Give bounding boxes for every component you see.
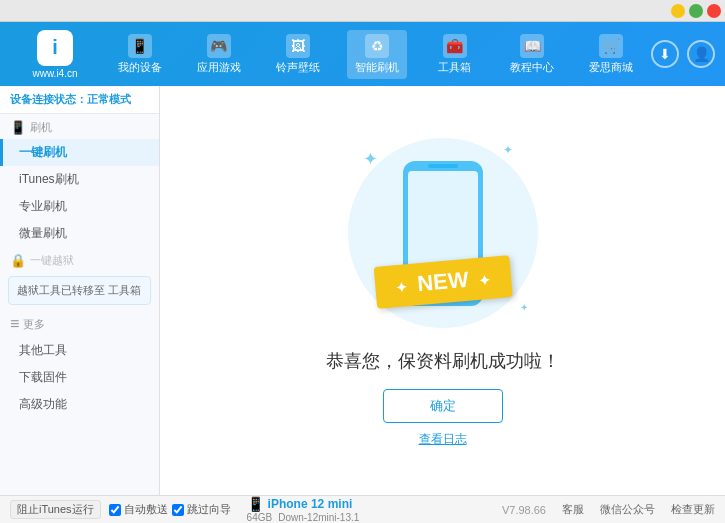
section-jailbreak: 🔒 一键越狱 — [0, 247, 159, 272]
sparkle-1: ✦ — [363, 148, 378, 170]
wechat-link[interactable]: 微信公众号 — [600, 502, 655, 517]
skip-wizard-label: 跳过向导 — [187, 502, 231, 517]
one-key-flash-label: 一键刷机 — [19, 145, 67, 159]
confirm-button[interactable]: 确定 — [383, 389, 503, 423]
dual-flash-label: 微量刷机 — [19, 226, 67, 240]
bottom-left: 阻止iTunes运行 自动敷送 跳过向导 📱 iPhone 12 mini 64… — [10, 496, 359, 523]
nav-label-smart-flash: 智能刷机 — [355, 60, 399, 75]
user-button[interactable]: 👤 — [687, 40, 715, 68]
main-layout: 设备连接状态：正常模式 📱 刷机 一键刷机 iTunes刷机 专业刷机 微量刷机… — [0, 86, 725, 495]
device-capacity: 64GB — [247, 512, 273, 523]
smart-flash-icon: ♻ — [365, 34, 389, 58]
sparkle-2: ✦ — [503, 143, 513, 157]
more-section-icon: ≡ — [10, 315, 19, 333]
top-nav: i www.i4.cn 📱 我的设备 🎮 应用游戏 🖼 铃声壁纸 ♻ 智能刷机 … — [0, 22, 725, 86]
nav-item-smart-flash[interactable]: ♻ 智能刷机 — [347, 30, 407, 79]
customer-service-link[interactable]: 客服 — [562, 502, 584, 517]
sidebar-item-download-firmware[interactable]: 下载固件 — [0, 364, 159, 391]
nav-item-store[interactable]: 🛒 爱思商城 — [581, 30, 641, 79]
nav-label-store: 爱思商城 — [589, 60, 633, 75]
nav-right: ⬇ 👤 — [651, 40, 715, 68]
stop-itunes-button[interactable]: 阻止iTunes运行 — [10, 500, 101, 519]
toolbox-icon: 🧰 — [443, 34, 467, 58]
sidebar-item-dual-flash[interactable]: 微量刷机 — [0, 220, 159, 247]
advanced-label: 高级功能 — [19, 397, 67, 411]
close-button[interactable] — [707, 4, 721, 18]
logo-text: www.i4.cn — [32, 68, 77, 79]
restore-button[interactable] — [689, 4, 703, 18]
auto-send-label: 自动敷送 — [124, 502, 168, 517]
bottom-bar: 阻止iTunes运行 自动敷送 跳过向导 📱 iPhone 12 mini 64… — [0, 495, 725, 523]
sparkle-3: ✦ — [520, 302, 528, 313]
auto-send-input[interactable] — [109, 504, 121, 516]
sidebar: 设备连接状态：正常模式 📱 刷机 一键刷机 iTunes刷机 专业刷机 微量刷机… — [0, 86, 160, 495]
nav-label-toolbox: 工具箱 — [438, 60, 471, 75]
jailbreak-info-box: 越狱工具已转移至 工具箱 — [8, 276, 151, 305]
content-area: ✦ ✦ ✦ NEW 恭喜您，保资料刷机成功啦！ 确定 查看日志 — [160, 86, 725, 495]
device-icon: 📱 — [247, 496, 264, 512]
download-button[interactable]: ⬇ — [651, 40, 679, 68]
nav-item-toolbox[interactable]: 🧰 工具箱 — [427, 30, 483, 79]
flash-section-icon: 📱 — [10, 120, 26, 135]
version-label: V7.98.66 — [502, 504, 546, 516]
device-info-area: 📱 iPhone 12 mini 64GB Down-12mini-13.1 — [247, 496, 360, 523]
apps-games-icon: 🎮 — [207, 34, 231, 58]
sidebar-item-other-tools[interactable]: 其他工具 — [0, 337, 159, 364]
device-name: iPhone 12 mini — [268, 497, 353, 511]
secondary-link[interactable]: 查看日志 — [419, 431, 467, 448]
check-update-link[interactable]: 检查更新 — [671, 502, 715, 517]
other-tools-label: 其他工具 — [19, 343, 67, 357]
sidebar-item-itunes-flash[interactable]: iTunes刷机 — [0, 166, 159, 193]
sidebar-item-one-key-flash[interactable]: 一键刷机 — [0, 139, 159, 166]
nav-label-my-device: 我的设备 — [118, 60, 162, 75]
auto-send-checkbox[interactable]: 自动敷送 — [109, 502, 168, 517]
section-flash: 📱 刷机 — [0, 114, 159, 139]
status-label: 设备连接状态： — [10, 93, 87, 105]
section-more: ≡ 更多 — [0, 309, 159, 337]
nav-item-apps-games[interactable]: 🎮 应用游戏 — [189, 30, 249, 79]
itunes-flash-label: iTunes刷机 — [19, 172, 79, 186]
checkbox-group: 自动敷送 跳过向导 — [109, 502, 231, 517]
device-firmware: Down-12mini-13.1 — [278, 512, 359, 523]
success-illustration: ✦ ✦ ✦ NEW — [343, 133, 543, 333]
flash-section-label: 刷机 — [30, 120, 52, 135]
jailbreak-section-label: 一键越狱 — [30, 253, 74, 268]
nav-item-tutorial[interactable]: 📖 教程中心 — [502, 30, 562, 79]
download-firmware-label: 下载固件 — [19, 370, 67, 384]
nav-item-wallpaper[interactable]: 🖼 铃声壁纸 — [268, 30, 328, 79]
wallpaper-icon: 🖼 — [286, 34, 310, 58]
nav-item-my-device[interactable]: 📱 我的设备 — [110, 30, 170, 79]
logo-area: i www.i4.cn — [10, 30, 100, 79]
stop-itunes-label: 阻止iTunes运行 — [17, 502, 94, 517]
success-title: 恭喜您，保资料刷机成功啦！ — [326, 349, 560, 373]
my-device-icon: 📱 — [128, 34, 152, 58]
minimize-button[interactable] — [671, 4, 685, 18]
store-icon: 🛒 — [599, 34, 623, 58]
logo-icon: i — [37, 30, 73, 66]
title-bar — [0, 0, 725, 22]
tutorial-icon: 📖 — [520, 34, 544, 58]
sidebar-item-pro-flash[interactable]: 专业刷机 — [0, 193, 159, 220]
status-value: 正常模式 — [87, 93, 131, 105]
sidebar-item-advanced[interactable]: 高级功能 — [0, 391, 159, 418]
nav-label-apps-games: 应用游戏 — [197, 60, 241, 75]
nav-label-wallpaper: 铃声壁纸 — [276, 60, 320, 75]
bottom-right: V7.98.66 客服 微信公众号 检查更新 — [502, 502, 715, 517]
nav-items: 📱 我的设备 🎮 应用游戏 🖼 铃声壁纸 ♻ 智能刷机 🧰 工具箱 📖 教程中心… — [100, 30, 651, 79]
lock-icon: 🔒 — [10, 253, 26, 268]
status-bar: 设备连接状态：正常模式 — [0, 86, 159, 114]
skip-wizard-checkbox[interactable]: 跳过向导 — [172, 502, 231, 517]
skip-wizard-input[interactable] — [172, 504, 184, 516]
nav-label-tutorial: 教程中心 — [510, 60, 554, 75]
more-section-label: 更多 — [23, 317, 45, 332]
jailbreak-info-text: 越狱工具已转移至 工具箱 — [17, 284, 141, 296]
svg-rect-3 — [428, 164, 458, 168]
pro-flash-label: 专业刷机 — [19, 199, 67, 213]
